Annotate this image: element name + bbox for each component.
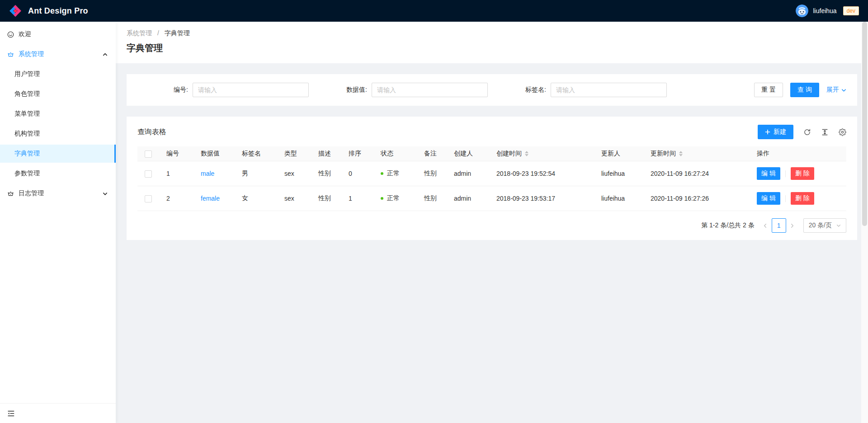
cell-creator: admin [454,170,471,177]
cell-creator: admin [454,195,471,202]
smile-icon [7,31,14,38]
sort-caret-icon[interactable] [679,151,683,156]
status-dot-icon [381,197,383,200]
sidebar-item-menus[interactable]: 菜单管理 [0,105,116,123]
sidebar-item-label: 用户管理 [14,70,40,78]
field-label: 标签名: [488,86,551,94]
table-header-row: 编号 数据值 标签名 类型 描述 排序 状态 备注 创建人 创建时间 [137,146,846,161]
column-height-icon[interactable] [821,128,829,136]
field-label: 数据值: [309,86,372,94]
sidebar-submenu-system[interactable]: 系统管理 [0,45,116,63]
col-header: 描述 [318,150,331,157]
row-checkbox[interactable] [145,195,152,202]
delete-button[interactable]: 删 除 [791,192,814,205]
page-size-select[interactable]: 20 条/页 [803,218,846,233]
table-toolbar: 查询表格 新建 [127,117,857,146]
new-button-label: 新建 [774,128,786,136]
table-row: 2 female 女 sex 性别 1 正常 [137,186,846,211]
sidebar-item-label: 字典管理 [14,150,40,158]
sidebar-item-label: 系统管理 [19,50,44,58]
avatar-icon [796,5,808,17]
sidebar-item-params[interactable]: 参数管理 [0,164,116,183]
crown-icon [7,51,14,58]
search-field-tag: 标签名: [488,83,667,97]
tag-input[interactable] [551,83,667,97]
sidebar-item-label: 欢迎 [19,30,31,38]
cell-id: 2 [166,195,170,202]
search-field-id: 编号: [137,83,309,97]
col-header: 排序 [349,150,361,157]
cell-created: 2018-09-23 19:52:54 [496,170,555,177]
sort-caret-icon[interactable] [525,151,528,156]
search-form-card: 编号: 数据值: 标签名: 重 置 查 询 展开 [127,74,857,106]
setting-icon[interactable] [839,128,846,136]
chevron-left-icon [763,223,768,228]
search-field-value: 数据值: [309,83,488,97]
chevron-down-icon [836,223,841,228]
sidebar-item-welcome[interactable]: 欢迎 [0,25,116,43]
sidebar-item-users[interactable]: 用户管理 [0,65,116,83]
chevron-right-icon [790,223,795,228]
cell-remark: 性别 [424,194,437,202]
col-header: 编号 [166,150,179,157]
app-logo[interactable]: Ant Design Pro [8,4,88,18]
pagination-total: 第 1-2 条/总共 2 条 [701,221,754,230]
col-header: 创建时间 [496,150,522,158]
col-header: 操作 [757,150,769,157]
expand-label: 展开 [826,86,839,94]
cell-tag: 男 [242,169,248,177]
cell-value-link[interactable]: male [201,170,214,177]
sidebar-menu: 欢迎 系统管理 用户管理 角色管理 菜单管理 机构管理 [0,22,116,403]
delete-button[interactable]: 删 除 [791,167,814,180]
breadcrumb-current: 字典管理 [165,29,190,37]
username[interactable]: liufeihua [813,7,836,14]
sidebar-item-label: 角色管理 [14,90,40,98]
col-header: 更新时间 [651,150,676,158]
menu-fold-icon[interactable] [7,409,15,418]
col-header: 状态 [381,150,393,157]
new-button[interactable]: 新建 [758,125,793,139]
edit-button[interactable]: 编 辑 [757,192,780,205]
sidebar-item-orgs[interactable]: 机构管理 [0,125,116,143]
col-header: 类型 [284,150,297,157]
ant-design-logo-icon [8,4,23,18]
edit-button[interactable]: 编 辑 [757,167,780,180]
avatar[interactable] [796,5,808,17]
row-checkbox[interactable] [145,170,152,178]
prev-page-button[interactable] [759,218,772,233]
cell-value-link[interactable]: female [201,195,220,202]
scrollbar-track [861,22,868,423]
content-area: 编号: 数据值: 标签名: 重 置 查 询 展开 [116,63,868,251]
value-input[interactable] [372,83,488,97]
col-header: 备注 [424,150,437,157]
reset-button[interactable]: 重 置 [754,83,783,97]
query-button[interactable]: 查 询 [790,83,819,97]
cell-type: sex [284,195,294,202]
next-page-button[interactable] [786,218,799,233]
plus-icon [765,129,770,135]
page-title: 字典管理 [127,42,857,54]
sidebar-submenu-log[interactable]: 日志管理 [0,184,116,202]
page-1-button[interactable]: 1 [772,218,786,233]
status-badge: 正常 [387,169,400,178]
breadcrumb-separator: / [157,29,159,37]
table-row: 1 male 男 sex 性别 0 正常 [137,161,846,186]
scrollbar-thumb[interactable] [862,22,867,226]
action-divider [785,170,786,177]
breadcrumb-system[interactable]: 系统管理 [127,29,152,37]
id-input[interactable] [193,83,309,97]
sidebar-item-label: 参数管理 [14,169,40,178]
main-content: 系统管理 / 字典管理 字典管理 编号: 数据值: 标签名: 重 置 查 询 [116,0,868,251]
sidebar-item-dicts[interactable]: 字典管理 [0,145,116,163]
sidebar-item-roles[interactable]: 角色管理 [0,85,116,103]
col-header: 更新人 [601,150,620,157]
sidebar-item-label: 日志管理 [19,189,44,197]
field-label: 编号: [137,86,193,94]
action-divider [785,195,786,202]
pagination: 第 1-2 条/总共 2 条 1 20 条/页 [127,211,857,240]
breadcrumb: 系统管理 / 字典管理 [127,29,857,38]
data-table: 编号 数据值 标签名 类型 描述 排序 状态 备注 创建人 创建时间 [137,146,846,211]
expand-toggle[interactable]: 展开 [826,86,846,94]
reload-icon[interactable] [803,128,811,136]
select-all-checkbox[interactable] [145,150,152,158]
